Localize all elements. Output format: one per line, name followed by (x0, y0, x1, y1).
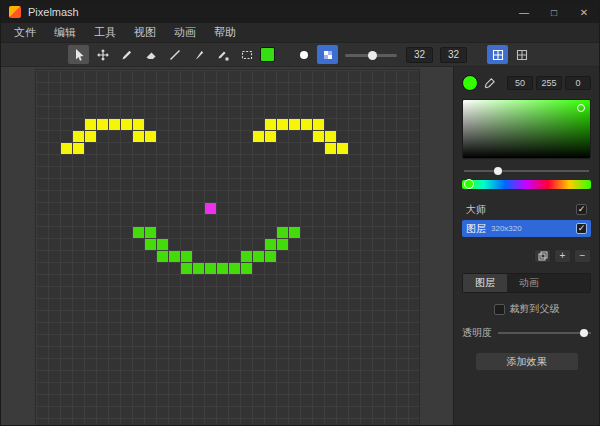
pixel-cell[interactable] (145, 227, 156, 238)
pixel-canvas[interactable] (35, 69, 420, 425)
pixel-grid-button[interactable] (511, 45, 532, 64)
pixel-cell[interactable] (145, 239, 156, 250)
add-layer-button[interactable]: + (554, 249, 571, 263)
tab-layers[interactable]: 图层 (463, 274, 507, 292)
brush-tool-button[interactable] (188, 45, 209, 64)
maximize-button[interactable]: □ (539, 1, 569, 23)
menu-item-help[interactable]: 帮助 (205, 23, 245, 42)
rgb-fields: 50 255 0 (507, 76, 591, 90)
menu-item-animation[interactable]: 动画 (165, 23, 205, 42)
pixel-cell[interactable] (337, 143, 348, 154)
pixel-cell[interactable] (325, 143, 336, 154)
green-value-field[interactable]: 255 (536, 76, 562, 90)
pixel-cell[interactable] (277, 227, 288, 238)
pixel-cell[interactable] (289, 227, 300, 238)
doc-height-field[interactable]: 32 (440, 47, 467, 63)
pixel-cell[interactable] (121, 119, 132, 130)
pixel-cell[interactable] (265, 119, 276, 130)
pixel-cell[interactable] (301, 119, 312, 130)
pixel-cell[interactable] (289, 119, 300, 130)
pixel-cell[interactable] (133, 119, 144, 130)
menu-item-edit[interactable]: 编辑 (45, 23, 85, 42)
close-button[interactable]: ✕ (569, 1, 599, 23)
menu-item-tools[interactable]: 工具 (85, 23, 125, 42)
layer-visibility-checkbox[interactable]: ✓ (576, 223, 587, 234)
pixel-cell[interactable] (85, 119, 96, 130)
saturation-value-picker[interactable] (462, 99, 591, 159)
pixel-cell[interactable] (85, 131, 96, 142)
blue-value-field[interactable]: 0 (565, 76, 591, 90)
pixel-cell[interactable] (241, 263, 252, 274)
pixel-cell[interactable] (253, 251, 264, 262)
pixel-cell[interactable] (265, 131, 276, 142)
duplicate-layer-button[interactable] (534, 249, 551, 263)
pixel-cell[interactable] (277, 239, 288, 250)
pixel-cell[interactable] (265, 239, 276, 250)
clip-row: 裁剪到父级 (462, 302, 591, 316)
clip-to-parent-checkbox[interactable] (494, 304, 505, 315)
pixel-cell[interactable] (205, 203, 216, 214)
opacity-row: 透明度 (462, 326, 591, 340)
opacity-slider-knob[interactable] (580, 329, 588, 337)
eraser-tool-button[interactable] (140, 45, 161, 64)
slider-knob[interactable] (368, 51, 377, 60)
pixel-cell[interactable] (97, 119, 108, 130)
pixel-cell[interactable] (205, 263, 216, 274)
pixel-cell[interactable] (253, 131, 264, 142)
value-slider-knob[interactable] (494, 167, 502, 175)
doc-width-field[interactable]: 32 (406, 47, 433, 63)
delete-layer-button[interactable]: − (574, 249, 591, 263)
pixel-cell[interactable] (73, 143, 84, 154)
pixel-cell[interactable] (157, 251, 168, 262)
menu-item-file[interactable]: 文件 (5, 23, 45, 42)
move-tool-button[interactable] (92, 45, 113, 64)
hue-slider[interactable] (462, 180, 591, 189)
pixel-cell[interactable] (169, 251, 180, 262)
current-color-circle[interactable] (462, 75, 478, 91)
pixel-cell[interactable] (109, 119, 120, 130)
brush-size-slider[interactable] (345, 49, 397, 61)
canvas-pane (1, 67, 453, 425)
pixel-cell[interactable] (145, 131, 156, 142)
opacity-slider[interactable] (498, 328, 591, 338)
pixel-cell[interactable] (265, 251, 276, 262)
pixel-cell[interactable] (61, 143, 72, 154)
pixel-cell[interactable] (313, 119, 324, 130)
opacity-label: 透明度 (462, 326, 492, 340)
hue-slider-knob[interactable] (464, 179, 474, 189)
pixel-cell[interactable] (313, 131, 324, 142)
grid-toggle-button[interactable] (487, 45, 508, 64)
pixel-cell[interactable] (217, 263, 228, 274)
pixel-cell[interactable] (73, 131, 84, 142)
pixel-cell[interactable] (277, 119, 288, 130)
pixel-cell[interactable] (157, 239, 168, 250)
tab-animation[interactable]: 动画 (507, 274, 551, 292)
pixel-cell[interactable] (181, 251, 192, 262)
minimize-button[interactable]: — (509, 1, 539, 23)
pixel-grid-icon (515, 48, 529, 62)
pixel-cell[interactable] (133, 227, 144, 238)
select-tool-button[interactable] (68, 45, 89, 64)
value-slider[interactable] (464, 166, 589, 176)
layer-visibility-checkbox[interactable]: ✓ (576, 204, 587, 215)
active-color-swatch[interactable] (260, 47, 275, 62)
pixel-cell[interactable] (229, 263, 240, 274)
red-value-field[interactable]: 50 (507, 76, 533, 90)
pixel-cell[interactable] (133, 131, 144, 142)
pixel-cell[interactable] (193, 263, 204, 274)
pencil-tool-button[interactable] (116, 45, 137, 64)
pixel-cell[interactable] (181, 263, 192, 274)
layer-row-layer[interactable]: 图层 320x320 ✓ (462, 220, 591, 237)
window-controls: — □ ✕ (509, 1, 599, 23)
add-effect-button[interactable]: 添加效果 (475, 352, 579, 371)
round-brush-button[interactable] (293, 45, 314, 64)
line-tool-button[interactable] (164, 45, 185, 64)
pixel-pen-tool-button[interactable] (212, 45, 233, 64)
marquee-tool-button[interactable] (236, 45, 257, 64)
layer-row-master[interactable]: 大师 ✓ (462, 201, 591, 218)
pixel-cell[interactable] (325, 131, 336, 142)
dither-pattern-button[interactable] (317, 45, 338, 64)
menu-item-view[interactable]: 视图 (125, 23, 165, 42)
pixel-cell[interactable] (241, 251, 252, 262)
eyedropper-icon[interactable] (483, 77, 496, 90)
